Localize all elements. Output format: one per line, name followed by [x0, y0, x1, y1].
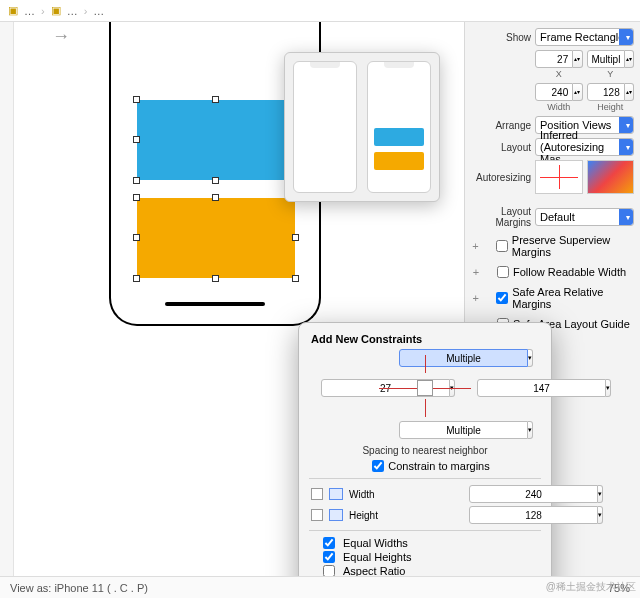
crumb[interactable]: …: [24, 5, 35, 17]
show-popup[interactable]: Frame Rectangle▾: [535, 28, 634, 46]
height-constraint-row[interactable]: Height ▾: [311, 506, 539, 524]
preview-phone: [293, 61, 357, 193]
breadcrumb-bar: ▣ … › ▣ … › …: [0, 0, 640, 22]
equal-heights-checkbox[interactable]: Equal Heights: [323, 551, 539, 563]
crumb[interactable]: …: [93, 5, 104, 17]
width-icon: [329, 488, 343, 500]
width-stepper[interactable]: ▴▾: [535, 83, 583, 101]
height-sublabel: Height: [597, 102, 623, 112]
y-sublabel: Y: [607, 69, 613, 79]
watermark: @稀土掘金技术社区: [546, 580, 636, 594]
folder-icon: ▣: [8, 4, 18, 17]
equal-widths-checkbox[interactable]: Equal Widths: [323, 537, 539, 549]
bottom-spacing-field[interactable]: ▾: [399, 421, 451, 439]
y-stepper[interactable]: ▴▾: [587, 50, 635, 68]
selected-view-blue[interactable]: [137, 100, 295, 180]
home-indicator: [165, 302, 265, 306]
add-trait-button[interactable]: +: [471, 240, 480, 252]
preview-block: [374, 152, 424, 170]
constrain-to-margins-checkbox[interactable]: Constrain to margins: [323, 460, 539, 472]
align-preview-popover: [284, 52, 440, 202]
width-sublabel: Width: [547, 102, 570, 112]
layout-label: Layout: [471, 142, 531, 153]
width-constraint-row[interactable]: Width ▾: [311, 485, 539, 503]
left-spacing-field[interactable]: ▾: [321, 379, 373, 397]
safe-area-relative-checkbox[interactable]: Safe Area Relative Margins: [496, 286, 634, 310]
outline-gutter: [0, 22, 14, 576]
arrange-label: Arrange: [471, 120, 531, 131]
right-spacing-field[interactable]: ▾: [477, 379, 529, 397]
autoresizing-springs-icon[interactable]: [535, 160, 583, 194]
x-stepper[interactable]: ▴▾: [535, 50, 583, 68]
view-as-label[interactable]: View as: iPhone 11 ( . C . P): [10, 582, 148, 594]
spacing-control[interactable]: ▾ ▾ ▾ ▾: [311, 353, 539, 441]
add-trait-button[interactable]: +: [471, 292, 480, 304]
preview-phone: [367, 61, 431, 193]
selected-view-yellow[interactable]: [137, 198, 295, 278]
preserve-superview-checkbox[interactable]: Preserve Superview Margins: [496, 234, 634, 258]
height-stepper[interactable]: ▴▾: [587, 83, 635, 101]
preview-block: [374, 128, 424, 146]
canvas-statusbar: View as: iPhone 11 ( . C . P) 75%: [0, 576, 640, 598]
x-sublabel: X: [556, 69, 562, 79]
autoresizing-preview-icon: [587, 160, 635, 194]
layout-margins-popup[interactable]: Default▾: [535, 208, 634, 226]
height-icon: [329, 509, 343, 521]
layout-popup[interactable]: Inferred (Autoresizing Mas…▾: [535, 138, 634, 156]
show-label: Show: [471, 32, 531, 43]
add-constraints-popover: Add New Constraints ▾ ▾ ▾ ▾ Spacing to n…: [298, 322, 552, 598]
crumb[interactable]: …: [67, 5, 78, 17]
spacing-label: Spacing to nearest neighbor: [311, 445, 539, 456]
popover-title: Add New Constraints: [311, 333, 539, 345]
folder-icon: ▣: [51, 4, 61, 17]
add-trait-button[interactable]: +: [471, 266, 481, 278]
readable-width-checkbox[interactable]: Follow Readable Width: [497, 266, 626, 278]
segue-arrow-icon[interactable]: →: [52, 26, 70, 47]
layout-margins-label: Layout Margins: [471, 206, 531, 228]
autoresizing-label: Autoresizing: [471, 172, 531, 183]
center-box-icon: [417, 380, 433, 396]
